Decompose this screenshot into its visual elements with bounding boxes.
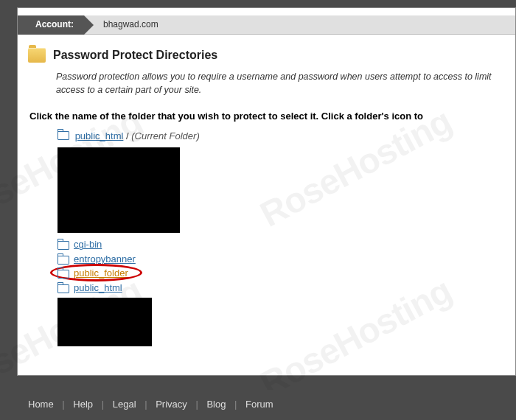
footer-bar: Home | Help | Legal | Privacy | Blog | F… <box>0 390 516 420</box>
redacted-area <box>57 147 180 233</box>
redacted-area <box>57 298 152 346</box>
folder-icon[interactable] <box>57 255 69 264</box>
folder-lock-icon <box>28 48 46 63</box>
footer-separator: | <box>100 399 105 410</box>
footer-separator: | <box>143 399 148 410</box>
footer-link-home[interactable]: Home <box>24 399 58 410</box>
folder-item: public_html <box>57 281 508 295</box>
instruction-text: Click the name of the folder that you wi… <box>18 99 515 126</box>
folder-link-public-html[interactable]: public_html <box>74 281 122 295</box>
folder-link-public-folder[interactable]: public_folder <box>74 266 128 281</box>
folder-item: cgi-bin <box>57 237 508 252</box>
folder-icon[interactable] <box>57 269 69 278</box>
folder-list: cgi-bin entropybanner public_folder publ… <box>18 236 515 296</box>
footer-link-legal[interactable]: Legal <box>108 399 141 410</box>
breadcrumb: public_html / (Current Folder) <box>18 126 515 143</box>
footer-separator: | <box>60 399 66 410</box>
footer-link-privacy[interactable]: Privacy <box>151 399 192 410</box>
footer-link-help[interactable]: Help <box>69 399 97 410</box>
folder-icon[interactable] <box>57 284 69 293</box>
account-bar: Account: bhagwad.com <box>18 15 515 35</box>
footer-link-blog[interactable]: Blog <box>202 399 230 410</box>
page-heading: Password Protect Directories <box>18 42 515 67</box>
intro-text: Password protection allows you to requir… <box>18 67 515 99</box>
current-folder-label: (Current Folder) <box>131 130 199 141</box>
account-domain: bhagwad.com <box>84 15 515 35</box>
folder-icon[interactable] <box>57 240 69 249</box>
folder-link-entropybanner[interactable]: entropybanner <box>74 252 136 267</box>
footer-separator: | <box>194 399 199 410</box>
folder-item: entropybanner <box>57 252 508 267</box>
folder-item: public_folder <box>57 266 508 281</box>
folder-link-cgi-bin[interactable]: cgi-bin <box>74 237 102 252</box>
footer-link-forum[interactable]: Forum <box>241 399 278 410</box>
page-title: Password Protect Directories <box>53 49 217 62</box>
account-label: Account: <box>18 15 84 35</box>
footer-separator: | <box>233 399 238 410</box>
main-content: Account: bhagwad.com Password Protect Di… <box>17 7 516 376</box>
breadcrumb-root-link[interactable]: public_html <box>75 130 124 141</box>
folder-icon[interactable] <box>57 130 69 139</box>
